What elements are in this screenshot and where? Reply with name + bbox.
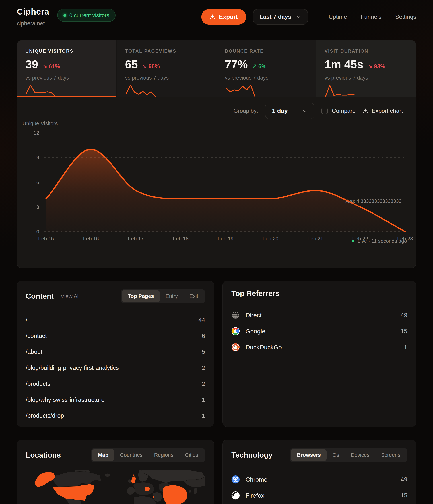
average-label: Avg: 4.333333333333333 <box>346 198 401 204</box>
page-row[interactable]: /contact 6 <box>26 328 205 344</box>
site-domain: ciphera.net <box>17 20 49 27</box>
header-controls: Export Last 7 days Uptime Funnels Settin… <box>201 9 416 25</box>
compare-checkbox[interactable] <box>321 108 328 114</box>
x-axis-label: Feb 18 <box>173 236 189 242</box>
stat-total-pageviews[interactable]: TOTAL PAGEVIEWS 65 ↘ 66% vs previous 7 d… <box>117 40 216 98</box>
stat-delta: ↘ 61% <box>43 63 60 70</box>
stat-bounce-rate[interactable]: BOUNCE RATE 77% ↗ 6% vs previous 7 days <box>216 40 316 98</box>
nav-item-uptime[interactable]: Uptime <box>329 13 347 20</box>
cards-row-1: Content View All Top Pages Entry Exit / … <box>17 281 416 427</box>
view-all-link[interactable]: View All <box>61 293 80 299</box>
technology-card: Technology Browsers Os Devices Screens <box>223 440 416 504</box>
browser-count: 15 <box>400 492 407 499</box>
stat-delta-value: 6% <box>258 63 267 70</box>
x-axis-label: Feb 20 <box>263 236 278 242</box>
y-axis-tick: 6 <box>36 180 39 185</box>
nav-item-settings[interactable]: Settings <box>395 13 416 20</box>
cards-row-2: Locations Map Countries Regions Cities <box>17 440 416 504</box>
stat-visit-duration[interactable]: VISIT DURATION 1m 45s ↘ 93% vs previous … <box>316 40 416 98</box>
technology-card-header: Technology Browsers Os Devices Screens <box>231 448 407 462</box>
tab-countries[interactable]: Countries <box>114 449 148 461</box>
stat-compare-label: vs previous 7 days <box>325 75 408 81</box>
tab-map[interactable]: Map <box>92 449 114 461</box>
content-card-header: Content View All Top Pages Entry Exit <box>26 289 205 303</box>
world-map[interactable] <box>26 470 205 504</box>
page-row[interactable]: /about 5 <box>26 344 205 360</box>
stat-label: TOTAL PAGEVIEWS <box>125 48 208 54</box>
tab-screens[interactable]: Screens <box>375 449 406 461</box>
trend-down-icon: ↘ <box>43 63 47 70</box>
tab-entry[interactable]: Entry <box>160 290 184 302</box>
x-axis-label: Feb 15 <box>38 236 54 242</box>
tab-os[interactable]: Os <box>327 449 345 461</box>
stat-compare-label: vs previous 7 days <box>125 75 208 81</box>
referrer-name: Direct <box>245 312 262 319</box>
tab-exit[interactable]: Exit <box>184 290 204 302</box>
page-count: 6 <box>202 333 205 339</box>
stat-delta-value: 66% <box>148 63 160 70</box>
firefox-icon <box>231 491 240 500</box>
page-count: 5 <box>202 348 205 355</box>
header-divider <box>317 12 317 22</box>
stat-value: 65 <box>125 58 138 71</box>
browser-row[interactable]: Chrome 49 <box>231 471 407 487</box>
locations-tabs: Map Countries Regions Cities <box>91 448 205 462</box>
trend-down-icon: ↘ <box>368 63 372 70</box>
trend-up-icon: ↗ <box>252 63 257 70</box>
trend-down-icon: ↘ <box>142 63 147 70</box>
compare-toggle[interactable]: Compare <box>321 108 356 114</box>
stat-value-row: 1m 45s ↘ 93% <box>325 58 408 71</box>
group-by-value: 1 day <box>272 107 288 114</box>
browser-row[interactable]: Firefox 15 <box>231 487 407 504</box>
stat-delta: ↘ 93% <box>368 63 385 70</box>
date-range-select[interactable]: Last 7 days <box>253 9 308 25</box>
page-row[interactable]: /blog/building-privacy-first-analytics 2 <box>26 360 205 376</box>
page-row[interactable]: /blog/why-swiss-infrastructure 1 <box>26 392 205 408</box>
content-tabs: Top Pages Entry Exit <box>121 289 205 303</box>
tab-cities[interactable]: Cities <box>179 449 204 461</box>
referrer-row[interactable]: Direct 49 <box>231 307 407 323</box>
page-row[interactable]: /products/drop 1 <box>26 408 205 424</box>
stat-value: 39 <box>25 58 38 71</box>
x-axis-label: Feb 17 <box>128 236 144 242</box>
tab-devices[interactable]: Devices <box>345 449 375 461</box>
tab-regions[interactable]: Regions <box>148 449 179 461</box>
y-axis-tick: 9 <box>36 155 39 160</box>
top-pages-list: / 44 /contact 6 /about 5 /blog/building-… <box>26 312 205 424</box>
stat-unique-visitors[interactable]: UNIQUE VISITORS 39 ↘ 61% vs previous 7 d… <box>17 40 117 98</box>
header: Ciphera ciphera.net 0 current visitors E… <box>17 7 416 40</box>
referrer-row[interactable]: Google 15 <box>231 323 407 339</box>
page-path: /about <box>26 348 43 355</box>
page-row[interactable]: /products 2 <box>26 376 205 392</box>
current-visitors-label: 0 current visitors <box>69 12 109 18</box>
group-by-select[interactable]: 1 day <box>265 103 314 119</box>
group-by-label: Group by: <box>234 108 258 114</box>
date-range-value: Last 7 days <box>260 13 291 20</box>
current-visitors-badge[interactable]: 0 current visitors <box>57 9 115 22</box>
page-row[interactable]: / 44 <box>26 312 205 328</box>
download-icon <box>363 108 368 114</box>
card-title: Content <box>26 292 54 300</box>
visitors-line-chart[interactable]: Unique Visitors036912Avg: 4.333333333333… <box>17 119 416 250</box>
x-axis-label: Feb 21 <box>307 236 323 242</box>
page-path: / <box>26 316 27 323</box>
world-map-svg <box>26 470 205 504</box>
x-axis-label: Feb 19 <box>217 236 233 242</box>
page-count: 2 <box>202 364 205 371</box>
content-card: Content View All Top Pages Entry Exit / … <box>17 281 214 427</box>
green-dot-icon <box>63 14 66 17</box>
tab-browsers[interactable]: Browsers <box>291 449 327 461</box>
nav-item-funnels[interactable]: Funnels <box>361 13 381 20</box>
live-status-text: Live · 11 seconds ago <box>358 238 407 244</box>
tab-top-pages[interactable]: Top Pages <box>122 290 160 302</box>
export-button[interactable]: Export <box>201 9 246 25</box>
chart-title: Unique Visitors <box>23 121 58 126</box>
export-chart-button[interactable]: Export chart <box>363 108 403 114</box>
site-name: Ciphera <box>17 7 49 17</box>
referrer-row[interactable]: DuckDuckGo 1 <box>231 339 407 355</box>
export-chart-label: Export chart <box>372 108 403 114</box>
y-axis-tick: 0 <box>36 229 39 234</box>
y-axis-tick: 3 <box>36 204 39 210</box>
google-icon <box>231 327 240 335</box>
chevron-down-icon <box>296 14 301 20</box>
